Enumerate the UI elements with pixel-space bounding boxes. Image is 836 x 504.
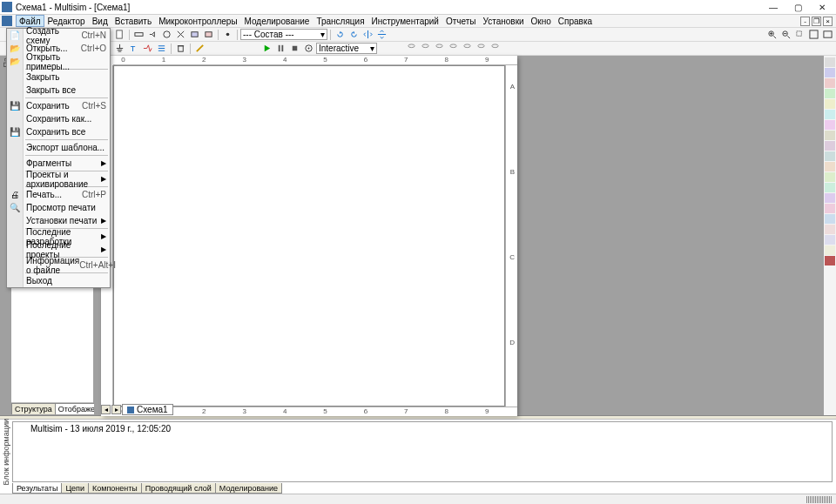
pause-button[interactable] (274, 43, 287, 55)
resize-grip[interactable] (806, 496, 833, 503)
tool-place-transistor-icon[interactable] (160, 29, 173, 41)
menu-transfer[interactable]: Трансляция (313, 15, 367, 27)
tool-place-ttl-icon[interactable] (188, 29, 201, 41)
menu-print[interactable]: 🖨Печать...Ctrl+P (7, 188, 110, 201)
tool-flip-h-icon[interactable] (361, 29, 374, 41)
tool-place-cmos-icon[interactable] (202, 29, 215, 41)
instrument-network-icon[interactable] (825, 193, 835, 203)
instrument-distortion-icon[interactable] (825, 172, 835, 182)
instrument-spectrum-icon[interactable] (825, 183, 835, 192)
menu-mcu[interactable]: Микроконтроллеры (155, 15, 240, 27)
instrument-multimeter-icon[interactable] (825, 57, 835, 67)
tool-rotate-cw-icon[interactable] (334, 29, 347, 41)
mdi-restore-button[interactable]: ❐ (812, 17, 821, 26)
menu-save-as[interactable]: Сохранить как... (7, 112, 110, 125)
btab-nets[interactable]: Цепи (61, 483, 89, 494)
tab-scroll-right[interactable]: ▸ (111, 405, 121, 414)
tool-delete-icon[interactable] (174, 43, 187, 55)
menu-exit[interactable]: Выход (7, 274, 110, 287)
btab-components[interactable]: Компоненты (88, 483, 142, 494)
menu-print-preview[interactable]: 🔍Просмотр печати (7, 201, 110, 214)
menu-window[interactable]: Окно (528, 15, 555, 27)
instrument-labview-icon[interactable] (825, 245, 835, 255)
tool-text-icon[interactable]: T (127, 43, 140, 55)
schematic-paper[interactable] (113, 65, 505, 407)
zoom-in-icon[interactable] (765, 29, 779, 41)
tool-place-analog-icon[interactable] (174, 29, 187, 41)
instrument-wordgen-icon[interactable] (825, 131, 835, 140)
menu-save-all[interactable]: 💾Сохранить все (7, 125, 110, 138)
btab-copper[interactable]: Проводящий слой (141, 483, 216, 494)
menu-open-examples[interactable]: 📂Открыть примеры... (7, 55, 110, 68)
instrument-agilent-fg-icon[interactable] (825, 204, 835, 213)
instrument-funcgen-icon[interactable] (825, 68, 835, 77)
zoom-full-icon[interactable] (821, 29, 834, 41)
menu-export-template[interactable]: Экспорт шаблона... (7, 141, 110, 154)
menu-print-setup[interactable]: Установки печати▶ (7, 214, 110, 227)
btab-simulation[interactable]: Моделирование (215, 483, 282, 494)
tool-db7-icon[interactable] (489, 43, 502, 55)
doc-tab-scheme1[interactable]: Схема1 (122, 404, 173, 415)
menu-projects[interactable]: Проекты и архивирование▶ (7, 172, 110, 185)
menu-close-all[interactable]: Закрыть все (7, 84, 110, 97)
menu-recent-proj[interactable]: Последние проекты▶ (7, 243, 110, 256)
tab-scroll-left[interactable]: ◂ (101, 405, 111, 414)
maximize-button[interactable]: ▢ (785, 1, 810, 13)
menu-new-scheme[interactable]: 📄Создать схемуCtrl+N (7, 29, 110, 42)
menu-options[interactable]: Установки (480, 15, 528, 27)
mdi-close-button[interactable]: × (823, 17, 833, 26)
panel-grip[interactable] (0, 416, 836, 420)
menu-file-info[interactable]: Информация о файлеCtrl+Alt+I (7, 259, 110, 272)
instrument-freq-icon[interactable] (825, 120, 835, 130)
tool-db5-icon[interactable] (461, 43, 474, 55)
combo-composition[interactable]: --- Состав ---▾ (240, 29, 327, 40)
schematic-document[interactable]: 0 1 2 3 4 5 6 7 8 9 A B C D 0 1 (101, 56, 517, 416)
tool-probe-icon[interactable] (193, 43, 206, 55)
instrument-4ch-scope-icon[interactable] (825, 99, 835, 109)
instrument-iv-icon[interactable] (825, 162, 835, 171)
btab-results[interactable]: Результаты (12, 483, 62, 494)
combo-interactive[interactable]: Interactive▾ (316, 43, 377, 54)
tool-db-icon[interactable] (405, 43, 418, 55)
zoom-area-icon[interactable] (793, 29, 806, 41)
stop-button[interactable] (288, 43, 301, 55)
menu-help[interactable]: Справка (555, 15, 596, 27)
menu-fragments[interactable]: Фрагменты▶ (7, 157, 110, 170)
tool-db6-icon[interactable] (475, 43, 488, 55)
instrument-bode-icon[interactable] (825, 110, 835, 119)
tool-place-diode-icon[interactable] (146, 29, 159, 41)
tool-flip-v-icon[interactable] (375, 29, 388, 41)
tool-ground-icon[interactable] (113, 43, 126, 55)
close-button[interactable]: ✕ (810, 1, 834, 13)
tool-place-basic-icon[interactable] (132, 29, 145, 41)
tool-place-misc-icon[interactable] (221, 29, 234, 41)
instrument-agilent-mm-icon[interactable] (825, 214, 835, 224)
menu-insert[interactable]: Вставить (111, 15, 155, 27)
tool-new-icon[interactable] (113, 29, 126, 41)
tool-wire-icon[interactable] (141, 43, 154, 55)
tool-db4-icon[interactable] (447, 43, 460, 55)
zoom-fit-icon[interactable] (807, 29, 820, 41)
instrument-current-probe-icon[interactable] (825, 256, 835, 265)
instrument-logicconv-icon[interactable] (825, 151, 835, 161)
tool-rotate-ccw-icon[interactable] (347, 29, 361, 41)
instrument-logic-icon[interactable] (825, 141, 835, 151)
mdi-min-button[interactable]: - (800, 17, 810, 26)
zoom-out-icon[interactable] (779, 29, 792, 41)
menu-reports[interactable]: Отчеты (442, 15, 480, 27)
instrument-wattmeter-icon[interactable] (825, 78, 835, 88)
minimize-button[interactable]: — (761, 1, 785, 13)
menu-tools[interactable]: Инструментарий (368, 15, 442, 27)
menu-save[interactable]: 💾СохранитьCtrl+S (7, 99, 110, 112)
tool-db2-icon[interactable] (419, 43, 432, 55)
tab-structure[interactable]: Структура (11, 403, 56, 414)
tool-db3-icon[interactable] (433, 43, 446, 55)
run-button[interactable] (260, 43, 273, 55)
menu-simulate[interactable]: Моделирование (241, 15, 314, 27)
instrument-tek-scope-icon[interactable] (825, 235, 835, 245)
interactive-icon[interactable] (302, 43, 315, 55)
menu-close[interactable]: Закрыть (7, 71, 110, 84)
tool-bus-icon[interactable] (155, 43, 168, 55)
instrument-scope-icon[interactable] (825, 89, 835, 98)
instrument-agilent-scope-icon[interactable] (825, 225, 835, 234)
